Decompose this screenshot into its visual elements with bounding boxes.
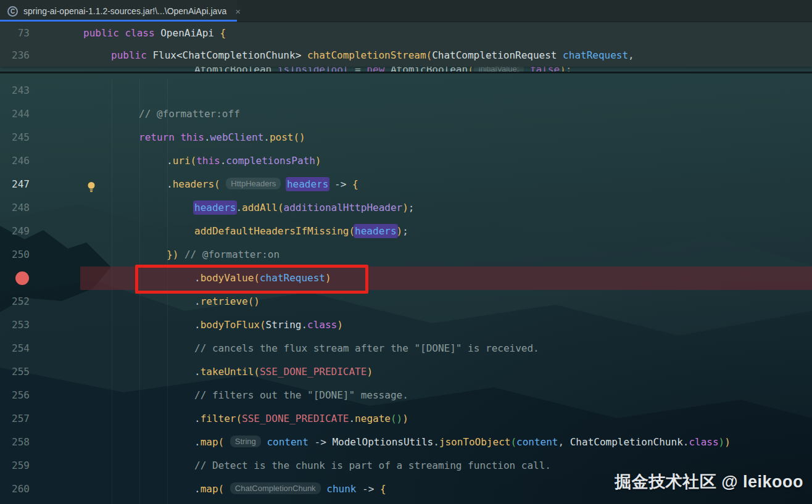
code-text: .filter(SSE_DONE_PREDICATE.negate()) bbox=[194, 407, 408, 431]
line-number: 246 bbox=[0, 149, 30, 173]
code-text: .takeUntil(SSE_DONE_PREDICATE) bbox=[194, 360, 373, 384]
close-icon[interactable]: × bbox=[235, 7, 241, 16]
code-line-252[interactable]: 252.retrieve() bbox=[0, 290, 812, 313]
ide-window: C spring-ai-openai-1.1.2-sources.jar!\..… bbox=[0, 0, 812, 504]
line-number: 255 bbox=[0, 360, 30, 384]
editor-tab-bar: C spring-ai-openai-1.1.2-sources.jar!\..… bbox=[0, 0, 812, 22]
code-line-248[interactable]: 248headers.addAll(additionalHttpHeader); bbox=[0, 196, 812, 220]
code-text: // cancels the flux stream after the "[D… bbox=[194, 337, 539, 360]
inlay-type-hint: HttpHeaders bbox=[226, 178, 281, 189]
line-number: 247 bbox=[0, 173, 30, 196]
code-text: public Flux<ChatCompletionChunk> chatCom… bbox=[111, 44, 634, 67]
code-line-73[interactable]: 73public class OpenAiApi { bbox=[0, 22, 812, 44]
line-number: 252 bbox=[0, 290, 30, 313]
code-text: .bodyToFlux(String.class) bbox=[194, 313, 343, 337]
code-line-254[interactable]: 254// cancels the flux stream after the … bbox=[0, 337, 812, 360]
code-line-250[interactable]: 250}) // @formatter:on bbox=[0, 243, 812, 266]
sticky-header: 73public class OpenAiApi {236public Flux… bbox=[0, 22, 812, 67]
code-line-256[interactable]: 256// filters out the "[DONE]" message. bbox=[0, 384, 812, 407]
red-annotation-box bbox=[135, 265, 368, 294]
code-text: addDefaultHeadersIfMissing(headers); bbox=[194, 220, 408, 243]
tab-openaiapi-java[interactable]: C spring-ai-openai-1.1.2-sources.jar!\..… bbox=[0, 0, 237, 22]
code-line-257[interactable]: 257.filter(SSE_DONE_PREDICATE.negate()) bbox=[0, 407, 812, 431]
line-number: 254 bbox=[0, 337, 30, 360]
code-text: public class OpenAiApi { bbox=[83, 22, 226, 44]
line-number: 257 bbox=[0, 407, 30, 431]
code-text: .map( String content -> ModelOptionsUtil… bbox=[194, 431, 731, 454]
code-text: .headers( HttpHeaders headers -> { bbox=[167, 173, 358, 196]
inlay-type-hint: String bbox=[230, 436, 261, 447]
tab-title: spring-ai-openai-1.1.2-sources.jar!\...\… bbox=[23, 6, 226, 16]
sticky-header-divider bbox=[0, 72, 812, 73]
watermark: 掘金技术社区 @ leikooo bbox=[615, 472, 803, 492]
code-text: // Detect is the chunk is part of a stre… bbox=[194, 454, 551, 477]
line-number: 249 bbox=[0, 220, 30, 243]
code-line-253[interactable]: 253.bodyToFlux(String.class) bbox=[0, 313, 812, 337]
code-line-258[interactable]: 258.map( String content -> ModelOptionsU… bbox=[0, 431, 812, 454]
code-line-236[interactable]: 236public Flux<ChatCompletionChunk> chat… bbox=[0, 44, 812, 67]
code-text: // @formatter:off bbox=[139, 102, 240, 126]
line-number: 250 bbox=[0, 243, 30, 266]
code-text: // filters out the "[DONE]" message. bbox=[194, 384, 408, 407]
line-number: 244 bbox=[0, 102, 30, 126]
code-line-251[interactable]: .bodyValue(chatRequest) bbox=[0, 266, 812, 290]
line-number: 236 bbox=[0, 44, 30, 67]
code-text: }) // @formatter:on bbox=[167, 243, 280, 266]
line-number: 73 bbox=[0, 22, 30, 44]
code-line-255[interactable]: 255.takeUntil(SSE_DONE_PREDICATE) bbox=[0, 360, 812, 384]
code-text: return this.webClient.post() bbox=[139, 126, 305, 149]
line-number: 253 bbox=[0, 313, 30, 337]
breakpoint-icon[interactable] bbox=[15, 271, 29, 285]
code-line-245[interactable]: 245return this.webClient.post() bbox=[0, 126, 812, 149]
line-number: 258 bbox=[0, 431, 30, 454]
line-number: 248 bbox=[0, 196, 30, 220]
line-number: 256 bbox=[0, 384, 30, 407]
active-tab-indicator bbox=[0, 20, 237, 22]
line-number: 243 bbox=[0, 79, 30, 102]
code-text: .uri(this.completionsPath) bbox=[167, 149, 321, 173]
code-line-243[interactable]: 243 bbox=[0, 79, 812, 102]
code-line-244[interactable]: 244// @formatter:off bbox=[0, 102, 812, 126]
code-text: .map( ChatCompletionChunk chunk -> { bbox=[194, 477, 386, 501]
java-class-icon: C bbox=[7, 6, 18, 17]
code-text: headers.addAll(additionalHttpHeader); bbox=[194, 196, 414, 220]
code-editor[interactable]: AtomicBoolean isInsideTool = new AtomicB… bbox=[0, 22, 812, 504]
code-line-247[interactable]: 247.headers( HttpHeaders headers -> { bbox=[0, 173, 812, 196]
code-line-249[interactable]: 249addDefaultHeadersIfMissing(headers); bbox=[0, 220, 812, 243]
inlay-type-hint: ChatCompletionChunk bbox=[230, 482, 321, 494]
code-line-246[interactable]: 246.uri(this.completionsPath) bbox=[0, 149, 812, 173]
line-number: 259 bbox=[0, 454, 30, 477]
line-number: 260 bbox=[0, 477, 30, 501]
line-number: 245 bbox=[0, 126, 30, 149]
